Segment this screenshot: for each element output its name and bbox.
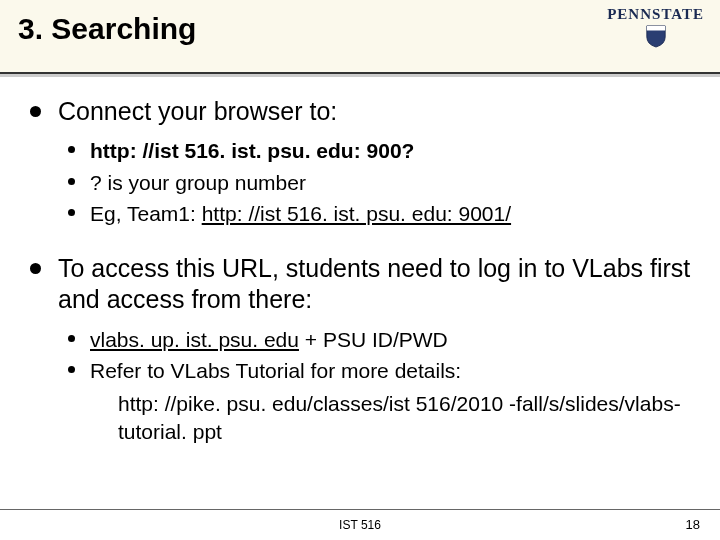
- tutorial-text: Refer to VLabs Tutorial for more details…: [90, 359, 461, 382]
- svg-rect-0: [646, 26, 664, 31]
- slide: 3. Searching PENNSTATE Connect your brow…: [0, 0, 720, 540]
- vlabs-link[interactable]: vlabs. up. ist. psu. edu: [90, 328, 299, 351]
- shield-icon: [645, 24, 667, 48]
- page-number: 18: [686, 517, 700, 532]
- sub-bullet-group-number: ? is your group number: [64, 169, 692, 196]
- footer-course: IST 516: [0, 518, 720, 532]
- bullet-connect: Connect your browser to: http: //ist 516…: [28, 96, 692, 227]
- sub-bullet-vlabs-url: vlabs. up. ist. psu. edu + PSU ID/PWD: [64, 326, 692, 353]
- pennstate-logo: PENNSTATE: [607, 6, 704, 52]
- sub-bullet-url-pattern: http: //ist 516. ist. psu. edu: 900?: [64, 137, 692, 164]
- vlabs-suffix: + PSU ID/PWD: [299, 328, 448, 351]
- example-link[interactable]: http: //ist 516. ist. psu. edu: 9001/: [202, 202, 511, 225]
- bullet-text: To access this URL, students need to log…: [58, 254, 690, 313]
- logo-text: PENNSTATE: [607, 6, 704, 23]
- title-bar: 3. Searching PENNSTATE: [0, 0, 720, 74]
- slide-body: Connect your browser to: http: //ist 516…: [0, 74, 720, 445]
- bullet-vlabs: To access this URL, students need to log…: [28, 253, 692, 445]
- slide-title: 3. Searching: [18, 12, 196, 45]
- bullet-text: Connect your browser to:: [58, 97, 337, 125]
- example-prefix: Eg, Team1:: [90, 202, 202, 225]
- sub-bullet-tutorial: Refer to VLabs Tutorial for more details…: [64, 357, 692, 384]
- footer-divider: [0, 509, 720, 510]
- tutorial-url: http: //pike. psu. edu/classes/ist 516/2…: [118, 392, 681, 442]
- group-number-text: ? is your group number: [90, 171, 306, 194]
- tutorial-url-block: http: //pike. psu. edu/classes/ist 516/2…: [118, 390, 692, 445]
- sub-bullet-example: Eg, Team1: http: //ist 516. ist. psu. ed…: [64, 200, 692, 227]
- url-pattern-text: http: //ist 516. ist. psu. edu: 900?: [90, 139, 414, 162]
